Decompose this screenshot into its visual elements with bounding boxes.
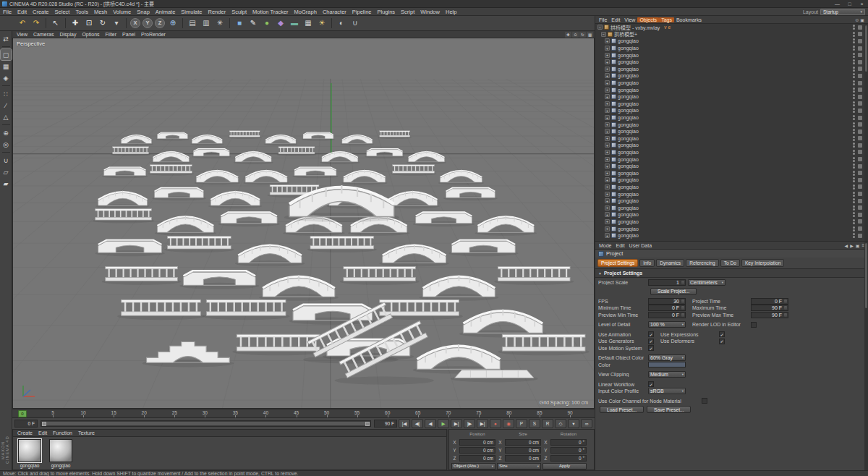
expand-icon[interactable]: +	[605, 136, 610, 141]
expand-icon[interactable]: +	[605, 115, 610, 120]
maximize-button[interactable]: □	[843, 0, 856, 7]
object-row[interactable]: +gongqiao	[595, 190, 864, 197]
layer-tag-icon[interactable]	[858, 213, 862, 217]
layer-tag-icon[interactable]	[858, 122, 862, 127]
use-expressions-checkbox[interactable]: ✓	[719, 331, 725, 337]
visibility-dots[interactable]	[853, 115, 855, 120]
polygons-mode-icon[interactable]: △	[1, 111, 12, 122]
expand-icon[interactable]: +	[605, 108, 610, 113]
enable-axis-icon[interactable]: ⊕	[1, 127, 12, 138]
size-y-field[interactable]: 0 cm	[505, 447, 541, 454]
apply-button[interactable]: Apply	[542, 463, 587, 469]
visibility-dots[interactable]	[853, 198, 855, 203]
material-item[interactable]: gongqiao	[47, 439, 75, 468]
menu-help[interactable]: Help	[443, 9, 459, 15]
expand-icon[interactable]: +	[605, 73, 610, 78]
color-swatch[interactable]	[648, 362, 686, 367]
object-name[interactable]: gongqiao	[618, 122, 639, 127]
am-menu-mode[interactable]: Mode	[597, 243, 614, 248]
object-row[interactable]: +gongqiao	[595, 197, 864, 205]
position-z-field[interactable]: 0 cm	[459, 455, 495, 462]
viewport-canvas[interactable]: Perspective Grid Spacing: 100 cm	[12, 38, 595, 409]
visibility-dots[interactable]	[853, 143, 855, 148]
object-name[interactable]: gongqiao	[618, 233, 639, 238]
material-preview-sphere[interactable]	[49, 439, 72, 462]
object-name[interactable]: gongqiao	[618, 67, 639, 72]
render-picture-viewer-icon[interactable]: ▥	[200, 17, 213, 30]
visibility-dots[interactable]	[853, 94, 855, 99]
menu-script[interactable]: Script	[398, 9, 417, 15]
om-menu-bookmarks[interactable]: Bookmarks	[674, 17, 704, 22]
om-menu-tags[interactable]: Tags	[659, 17, 674, 22]
expand-icon[interactable]: +	[605, 198, 610, 203]
add-spline-icon[interactable]: ✎	[247, 17, 260, 30]
preview-range-slider[interactable]	[41, 420, 371, 427]
menu-volume[interactable]: Volume	[110, 9, 134, 15]
tab-key-interpolation[interactable]: Key Interpolation	[741, 259, 785, 267]
am-lock-icon[interactable]: ▣	[856, 243, 860, 248]
om-menu-edit[interactable]: Edit	[609, 17, 622, 22]
minimize-button[interactable]: —	[831, 0, 843, 7]
use-deformers-checkbox[interactable]: ✓	[719, 339, 725, 344]
viewport-menu-panel[interactable]: Panel	[119, 32, 138, 37]
workplane-mode-icon[interactable]: ◈	[1, 72, 12, 83]
layer-tag-icon[interactable]	[858, 39, 862, 43]
linear-workflow-checkbox[interactable]: ✓	[648, 381, 654, 387]
scale-project-button[interactable]: Scale Project...	[650, 288, 697, 295]
menu-mograph[interactable]: MoGraph	[292, 9, 320, 15]
layer-tag-icon[interactable]	[858, 192, 862, 196]
layer-tag-icon[interactable]	[858, 109, 862, 113]
object-row[interactable]: +gongqiao	[595, 59, 864, 66]
om-menu-file[interactable]: File	[597, 17, 609, 22]
menu-sculpt[interactable]: Sculpt	[229, 9, 250, 15]
live-selection-icon[interactable]: ↖	[49, 17, 62, 30]
om-lock-icon[interactable]: ▣	[860, 17, 864, 22]
object-row[interactable]: +gongqiao	[595, 107, 864, 114]
layer-tag-icon[interactable]	[858, 74, 862, 78]
expand-icon[interactable]: +	[605, 38, 610, 43]
layer-tag-icon[interactable]	[858, 164, 862, 169]
visibility-dots[interactable]	[853, 67, 855, 72]
om-menu-view[interactable]: View	[622, 17, 637, 22]
expand-icon[interactable]: +	[605, 67, 610, 72]
record-position-button[interactable]: P	[516, 419, 527, 428]
object-row[interactable]: +gongqiao	[595, 142, 864, 149]
visibility-dots[interactable]	[853, 205, 855, 211]
object-name[interactable]: gongqiao	[618, 80, 639, 85]
visibility-dots[interactable]	[853, 177, 855, 182]
object-name[interactable]: gongqiao	[618, 219, 639, 224]
object-name[interactable]: gongqiao	[618, 143, 639, 148]
am-menu-user-data[interactable]: User Data	[627, 243, 655, 248]
object-name[interactable]: gongqiao	[618, 226, 639, 231]
rotate-view-icon[interactable]: ↻	[579, 32, 586, 38]
record-scale-button[interactable]: S	[529, 419, 540, 428]
save-preset-button[interactable]: Save Preset...	[647, 406, 691, 413]
visibility-dots[interactable]	[853, 53, 855, 58]
menu-animate[interactable]: Animate	[153, 9, 179, 15]
expand-icon[interactable]: +	[605, 46, 610, 51]
expand-icon[interactable]: +	[605, 150, 610, 155]
project-time-field[interactable]: 0 F	[751, 298, 788, 305]
goto-start-button[interactable]: |◀	[399, 419, 410, 428]
visibility-dots[interactable]	[853, 184, 855, 190]
visibility-dots[interactable]	[853, 101, 855, 106]
visibility-dots[interactable]	[853, 219, 855, 224]
object-name[interactable]: gongqiao	[618, 184, 639, 190]
object-row[interactable]: +gongqiao	[595, 45, 864, 52]
expand-icon[interactable]: +	[605, 177, 610, 182]
object-row[interactable]: +gongqiao	[595, 169, 864, 177]
add-light-icon[interactable]: ☀	[315, 17, 328, 30]
object-row[interactable]: −拱桥模型+	[595, 31, 864, 38]
pan-view-icon[interactable]: ✚	[565, 32, 571, 38]
undo-icon[interactable]: ↶	[16, 17, 29, 30]
coord-mode-select[interactable]: Object (Abs.)▾	[451, 463, 495, 469]
visibility-dots[interactable]	[853, 163, 855, 169]
layer-tag-icon[interactable]	[858, 136, 862, 140]
visibility-dots[interactable]	[853, 73, 855, 78]
next-frame-button[interactable]: ▶|	[451, 419, 462, 428]
record-keyframe-button[interactable]: ●	[490, 419, 501, 428]
current-frame-field[interactable]: 0 F	[14, 420, 38, 428]
layer-tag-icon[interactable]	[858, 199, 862, 203]
tab-to-do[interactable]: To Do	[720, 259, 740, 267]
visibility-dots[interactable]	[853, 108, 855, 113]
